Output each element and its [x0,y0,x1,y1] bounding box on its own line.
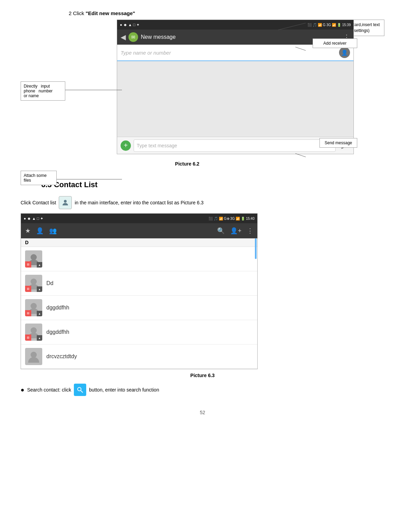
contact-item-drc[interactable]: drcvzcztdtdy [21,344,257,369]
contact-toolbar: ★ 👤 👥 🔍 👤+ ⋮ [21,223,257,238]
page-number: 52 [21,410,384,415]
add-contact-icon[interactable]: 👤+ [230,227,241,235]
status-bar-left: ● ☻ ▲ □ ✦ [120,23,139,27]
contact-list-body: D ⊞ ▲ [21,238,257,369]
contact-avatar-drc [25,348,42,365]
add-contact-icon[interactable]: 👤 [339,47,350,58]
picture63-caption: Picture 6.3 [21,373,384,378]
attach-button[interactable]: + [121,140,131,151]
directly-input-callout: Directly inputphone numberor name [21,81,65,101]
groups-icon[interactable]: 👥 [49,227,57,235]
intro-before: Click Contact list [21,200,56,205]
contact-avatar-dd: ⊞ ▲ [25,275,42,292]
svg-point-11 [78,387,81,391]
title-prefix: 2 Click [69,10,86,16]
contact-avatar-dgg1: ⊞ ▲ [25,299,42,316]
contact-item-empty[interactable]: ⊞ ▲ [21,247,257,271]
contact-name-dgg2: dggddfhh [46,329,69,335]
svg-point-7 [31,279,37,285]
people-icon [59,196,72,209]
contacts-icon[interactable]: 👤 [36,227,44,235]
send-message-callout: Send message [319,138,357,148]
star-icon[interactable]: ★ [25,227,31,235]
section1-title: 2 Click "Edit new message" [69,10,384,16]
contact-avatar-empty: ⊞ ▲ [25,250,42,268]
search-contact-icon[interactable]: 🔍 [217,227,225,235]
sim-badge-4: ⊞ [25,335,31,341]
sim-badge-2: ⊞ [25,286,31,292]
contact-item-dgg1[interactable]: ⊞ ▲ dggddfhh [21,296,257,320]
message-body [117,61,353,137]
contact-item-dgg2[interactable]: ⊞ ▲ dggddfhh [21,320,257,344]
bullet-after: button, enter into search function [89,387,159,393]
contact-section-d: D [21,238,257,247]
section1: 2 Click "Edit new message" Menu(discard,… [21,10,384,167]
page-container: 2 Click "Edit new message" Menu(discard,… [0,0,405,429]
bullet-section: ● Search contact: click button, enter in… [21,384,384,396]
message-app-icon: ✉ [128,32,138,42]
svg-point-6 [31,254,37,260]
text-input-area[interactable]: Type text message [134,139,336,152]
section63: 6.3 Contact List Click Contact list in t… [21,180,384,396]
title-bar-label: New message [141,34,176,40]
attach-text: Attach some files [24,173,47,183]
send-message-text: Send message [325,140,352,145]
add-receiver-text: Add receiver [323,41,346,46]
add-receiver-callout: Add receiver [313,38,357,48]
contact-name-dd: Dd [46,280,53,286]
contact-name-drc: drcvzcztdtdy [46,353,77,360]
sim-tag-4: ▲ [37,335,42,341]
svg-point-8 [31,303,37,309]
bottom-bar: + Type text message ▶ [117,137,353,154]
svg-point-9 [31,327,37,333]
attach-callout: Attach some files [21,171,57,185]
sim-tag-1: ▲ [37,262,42,268]
search-icon-box [74,384,86,396]
contact-intro: Click Contact list in the main interface… [21,196,384,209]
sim-badge-1: ⊞ [25,261,31,268]
svg-point-10 [31,352,37,358]
contact-avatar-dgg2: ⊞ ▲ [25,324,42,341]
screenshot-wrapper: ● ☻ ▲ □ ✦ ⬛ 🎵 📶 G 3G 📶 🔋 15:39 ◀ ✉ New m… [69,20,306,154]
directly-input-text: Directly inputphone numberor name [24,84,53,98]
scroll-indicator [255,238,257,259]
section63-heading: 6.3 Contact List [41,180,384,189]
sim-badge-3: ⊞ [25,310,31,316]
contact-name-dgg1: dggddfhh [46,305,69,311]
sim-tag-3: ▲ [37,311,42,316]
contact-screenshot: ● ☻ ▲ □ ✦ ⬛ 🎵 📶 G⊕ 3G 📶 🔋 15:40 ★ 👤 👥 🔍 … [21,213,258,369]
picture62-caption: Picture 6.2 [69,161,306,167]
contact-item-dd[interactable]: ⊞ ▲ Dd [21,271,257,296]
status-bar-right: ⬛ 🎵 📶 G 3G 📶 🔋 15:39 [307,23,351,27]
more-options-icon[interactable]: ⋮ [247,227,253,235]
sim-tag-2: ▲ [37,286,42,292]
section1-wrapper: Menu(discard,insert text and settings) ●… [21,20,384,154]
svg-line-12 [81,390,83,393]
intro-after: in the main interface, enter into the co… [75,200,203,205]
contact-status-bar: ● ☻ ▲ □ ✦ ⬛ 🎵 📶 G⊕ 3G 📶 🔋 15:40 [21,214,257,223]
back-icon[interactable]: ◀ [121,33,126,41]
to-field-input[interactable]: Type name or number [121,50,339,56]
bullet-dot: ● [21,386,24,394]
title-bold: "Edit new message" [86,10,135,16]
status-bar: ● ☻ ▲ □ ✦ ⬛ 🎵 📶 G 3G 📶 🔋 15:39 [117,20,353,30]
text-placeholder: Type text message [137,143,177,148]
svg-point-5 [64,200,67,203]
bullet-before: Search contact: click [27,387,71,393]
